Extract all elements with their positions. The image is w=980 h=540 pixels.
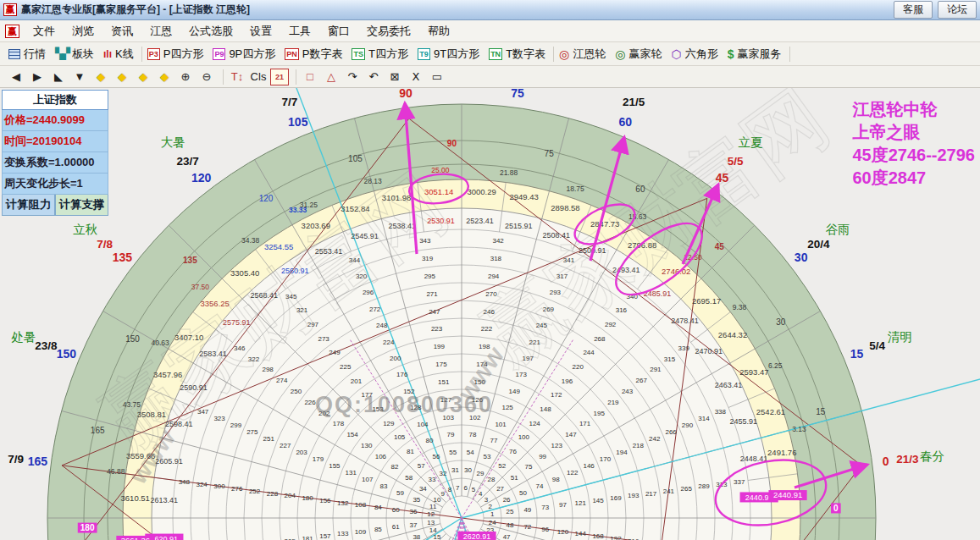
toolbar-item-行情[interactable]: 行情 (5, 45, 52, 63)
menu-item-8[interactable]: 交易委托 (358, 21, 419, 41)
svg-text:154: 154 (346, 431, 358, 438)
svg-text:0: 0 (883, 455, 889, 468)
menu-item-9[interactable]: 帮助 (419, 21, 458, 41)
rotate-cw-icon[interactable]: ↷ (343, 69, 362, 85)
menu-item-5[interactable]: 设置 (241, 21, 280, 41)
svg-text:5: 5 (472, 486, 476, 493)
toolbar-item-T四方形[interactable]: TST四方形 (348, 45, 413, 63)
t-range-icon[interactable]: T↕ (228, 69, 246, 85)
menu-item-1[interactable]: 浏览 (64, 21, 102, 41)
svg-text:203: 203 (296, 449, 307, 456)
svg-text:241: 241 (663, 488, 675, 495)
toolbar-item-板块[interactable]: ▚▞板块 (52, 45, 100, 63)
toolbar-separator (223, 69, 224, 85)
svg-text:147: 147 (565, 431, 577, 438)
T9-icon: T9 (418, 48, 430, 60)
svg-text:195: 195 (594, 410, 606, 417)
svg-text:318: 318 (490, 255, 502, 262)
annotation-line: 45度2746--2796 (852, 144, 975, 167)
toolbar-item-江恩轮[interactable]: ◎江恩轮 (556, 45, 612, 63)
svg-text:170: 170 (600, 455, 612, 463)
toolbar-item-T数字表[interactable]: TNT数字表 (485, 45, 551, 63)
arrow-right-icon[interactable]: ▶ (28, 69, 47, 85)
svg-text:76: 76 (509, 448, 517, 455)
svg-text:122: 122 (567, 469, 579, 477)
cls-button[interactable]: Cls (249, 69, 268, 85)
svg-text:324: 324 (196, 481, 208, 488)
toolbar-item-label: P四方形 (163, 47, 204, 62)
zoom-in-icon[interactable]: ⊕ (176, 69, 195, 85)
svg-text:47: 47 (503, 533, 511, 540)
zoom-out-icon[interactable]: ⊖ (197, 69, 216, 85)
svg-text:342: 342 (492, 237, 504, 245)
svg-text:149: 149 (509, 388, 521, 395)
menu-item-4[interactable]: 公式选股 (180, 21, 241, 41)
svg-text:6: 6 (464, 484, 468, 492)
customer-service-button[interactable]: 客服 (894, 1, 933, 19)
toolbar-item-9T四方形[interactable]: T99T四方形 (414, 45, 485, 63)
svg-text:268: 268 (594, 335, 606, 343)
diamond-right-icon[interactable]: ◆ (113, 69, 131, 85)
menu-item-3[interactable]: 江恩 (141, 21, 180, 41)
menu-item-0[interactable]: 文件 (25, 21, 64, 41)
svg-text:28: 28 (488, 476, 496, 483)
svg-text:131: 131 (346, 469, 357, 477)
svg-text:60: 60 (392, 506, 400, 514)
arrow-left-icon[interactable]: ◀ (7, 69, 25, 85)
toolbar-item-K线[interactable]: ılıK线 (100, 45, 140, 63)
rotate-ccw-icon[interactable]: ↶ (364, 69, 383, 85)
forum-button[interactable]: 论坛 (938, 1, 977, 19)
monitor-icon[interactable]: ▭ (428, 69, 446, 85)
menu-bar: 赢 文件浏览资讯江恩公式选股设置工具窗口交易委托帮助 (0, 20, 980, 42)
toolbar-item-P数字表[interactable]: PNP数字表 (281, 45, 348, 63)
arrow-up-icon[interactable]: ◣ (49, 69, 68, 85)
box-x-icon[interactable]: ⊠ (385, 69, 404, 85)
gann-wheel[interactable]: 1234567891011121314151617181920212223242… (0, 88, 980, 540)
diamond-left-icon[interactable]: ◆ (91, 69, 110, 85)
calendar-icon[interactable]: 21 (270, 69, 289, 85)
svg-text:2949.43: 2949.43 (509, 192, 538, 201)
svg-text:97: 97 (559, 501, 567, 509)
svg-text:146: 146 (583, 462, 595, 470)
toolbar-item-六角形[interactable]: ⬡六角形 (668, 45, 724, 63)
svg-text:290: 290 (682, 422, 694, 429)
svg-text:9: 9 (441, 490, 446, 498)
svg-text:74: 74 (535, 482, 543, 490)
menu-item-7[interactable]: 窗口 (319, 21, 358, 41)
toolbar-item-赢家轮[interactable]: ◎赢家轮 (612, 45, 667, 63)
svg-text:50: 50 (519, 489, 527, 497)
svg-text:59: 59 (396, 489, 404, 497)
app-logo-icon: 赢 (3, 3, 17, 16)
toolbar-item-P四方形[interactable]: P3P四方形 (144, 45, 210, 63)
triangle-tool-icon[interactable]: △ (322, 69, 341, 85)
diamond-up-icon[interactable]: ◆ (134, 69, 152, 85)
svg-text:151: 151 (438, 378, 450, 386)
arrow-down-icon[interactable]: ▼ (70, 69, 89, 85)
svg-text:24: 24 (489, 519, 496, 526)
gann-wheel-chart-area[interactable]: 1234567891011121314151617181920212223242… (0, 88, 980, 540)
calc-support-button[interactable]: 计算支撑 (55, 195, 108, 216)
svg-text:12: 12 (427, 510, 435, 518)
menu-item-6[interactable]: 工具 (280, 21, 319, 41)
svg-text:11: 11 (429, 503, 437, 510)
svg-text:2: 2 (488, 503, 492, 510)
svg-text:155: 155 (329, 462, 341, 470)
square-tool-icon[interactable]: □ (301, 69, 319, 85)
svg-text:105: 105 (288, 115, 308, 129)
window-title: 赢家江恩专业版[赢家服务平台] - [上证指数 江恩轮] (21, 3, 889, 17)
svg-text:QQ:100800360: QQ:100800360 (315, 392, 493, 417)
diamond-down-icon[interactable]: ◆ (155, 69, 174, 85)
svg-text:223: 223 (431, 325, 443, 333)
svg-text:36: 36 (410, 508, 418, 515)
svg-text:242: 242 (649, 435, 661, 443)
svg-text:150: 150 (125, 334, 140, 344)
menu-item-2[interactable]: 资讯 (102, 21, 141, 41)
blocks-icon: ▚▞ (55, 48, 69, 60)
svg-text:2478.41: 2478.41 (671, 317, 699, 325)
toolbar-item-9P四方形[interactable]: P99P四方形 (209, 45, 281, 63)
svg-text:51: 51 (511, 474, 518, 482)
toolbar-item-赢家服务[interactable]: $赢家服务 (724, 45, 788, 63)
svg-text:96: 96 (541, 526, 549, 533)
collapse-icon[interactable]: Ⅹ (407, 69, 425, 85)
calc-resistance-button[interactable]: 计算阻力 (2, 195, 55, 216)
